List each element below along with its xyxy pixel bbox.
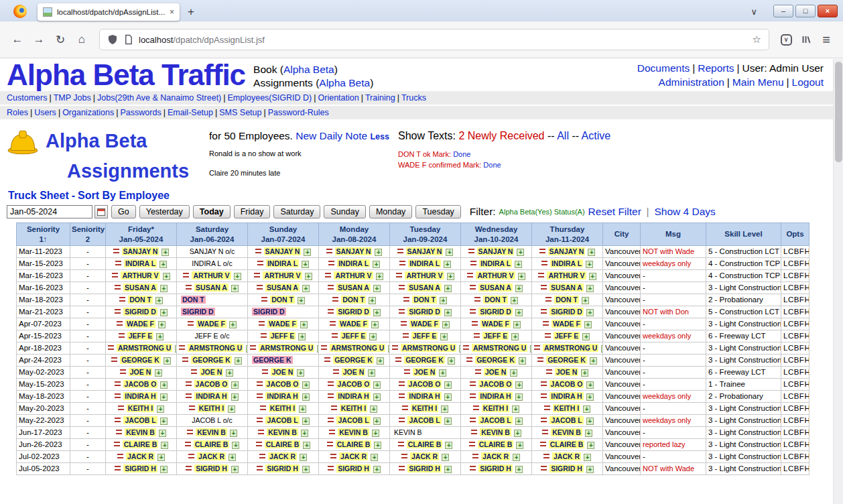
add-assignment-icon[interactable]: + (444, 381, 452, 389)
employee-name[interactable]: JACK R (339, 452, 368, 460)
employee-name[interactable]: ARMSTRONG U (543, 344, 598, 352)
employee-name-flagged[interactable]: DON T (181, 296, 206, 304)
remove-assignment-icon[interactable] (330, 454, 336, 458)
employee-name[interactable]: ARTHUR V (334, 271, 373, 279)
employee-name[interactable]: KEVIN B (338, 428, 369, 436)
add-assignment-icon[interactable]: + (515, 285, 523, 292)
saturday-button[interactable]: Saturday (273, 205, 320, 218)
add-assignment-icon[interactable]: + (515, 393, 523, 401)
employee-name[interactable]: SUSAN A (265, 284, 300, 292)
add-assignment-icon[interactable]: + (300, 321, 308, 328)
opts-cell[interactable]: LCBFH (781, 426, 809, 438)
add-assignment-icon[interactable]: + (163, 273, 170, 280)
employee-name[interactable]: JACOB O (194, 380, 229, 388)
tuesday-button[interactable]: Tuesday (415, 205, 460, 218)
employee-name[interactable]: CLAIRE B (194, 440, 230, 448)
remove-assignment-icon[interactable] (326, 249, 332, 253)
employee-name[interactable]: DON T (128, 296, 153, 304)
employee-name[interactable]: ARTHUR V (405, 271, 444, 279)
employee-name[interactable]: GEORGE K (404, 356, 445, 364)
remove-assignment-icon[interactable] (538, 273, 544, 277)
remove-assignment-icon[interactable] (186, 393, 192, 398)
employee-name[interactable]: KEVIN B (267, 428, 298, 436)
add-assignment-icon[interactable]: + (374, 442, 381, 449)
menu-item-jobs-29th-ave-nanaimo-street[interactable]: Jobs(29th Ave & Nanaimo Street) (97, 93, 221, 103)
add-assignment-icon[interactable]: + (377, 357, 384, 365)
add-assignment-icon[interactable]: + (157, 454, 165, 461)
menu-item-password-rules[interactable]: Password-Rules (268, 108, 329, 117)
remove-assignment-icon[interactable] (474, 297, 480, 302)
employee-name[interactable]: SIGRID H (478, 464, 513, 472)
remove-assignment-icon[interactable] (543, 321, 549, 326)
remove-assignment-icon[interactable] (399, 393, 405, 398)
employee-name[interactable]: WADE F (409, 320, 440, 328)
add-assignment-icon[interactable]: + (444, 309, 452, 316)
add-assignment-icon[interactable]: + (160, 466, 168, 473)
add-assignment-icon[interactable]: + (231, 466, 239, 473)
employee-name[interactable]: CLAIRE B (123, 440, 159, 448)
add-assignment-icon[interactable]: + (299, 405, 306, 413)
opts-cell[interactable]: LCBFH (781, 294, 809, 306)
date-input[interactable] (7, 205, 92, 218)
menu-item-orientation[interactable]: Orientation (318, 93, 359, 103)
remove-assignment-icon[interactable] (257, 418, 263, 422)
add-assignment-icon[interactable]: + (586, 418, 594, 425)
remove-assignment-icon[interactable] (541, 466, 547, 470)
remove-assignment-icon[interactable] (259, 454, 265, 458)
add-assignment-icon[interactable]: + (301, 430, 308, 437)
employee-name[interactable]: JACOB L (549, 416, 583, 424)
remove-assignment-icon[interactable] (115, 466, 121, 470)
add-assignment-icon[interactable]: + (155, 369, 162, 377)
remove-assignment-icon[interactable] (119, 333, 125, 338)
add-assignment-icon[interactable]: + (510, 369, 517, 377)
list-all-tabs-chevron-icon[interactable]: ∨ (751, 7, 757, 17)
employee-name[interactable]: ARMSTRONG U (117, 344, 172, 352)
remove-assignment-icon[interactable] (254, 273, 260, 277)
add-assignment-icon[interactable]: + (582, 333, 590, 340)
add-assignment-icon[interactable]: + (514, 430, 521, 437)
remove-assignment-icon[interactable] (470, 285, 476, 290)
remove-assignment-icon[interactable] (328, 309, 334, 314)
employee-name[interactable]: JACOB O (265, 380, 300, 388)
employee-name[interactable]: SUSAN A (407, 284, 442, 292)
employee-name-flagged[interactable]: GEORGE K (252, 356, 293, 364)
add-assignment-icon[interactable]: + (373, 309, 381, 316)
remove-assignment-icon[interactable] (186, 466, 192, 470)
menu-item-email-setup[interactable]: Email-Setup (168, 108, 213, 117)
remove-assignment-icon[interactable] (467, 273, 473, 277)
reset-filter-link[interactable]: Reset Filter (588, 206, 641, 218)
mark-done-link[interactable]: Done (453, 150, 470, 158)
header-link-administration[interactable]: Administration (659, 76, 724, 88)
add-assignment-icon[interactable]: + (368, 369, 375, 377)
add-assignment-icon[interactable]: + (515, 381, 523, 389)
employee-name[interactable]: JACK R (410, 452, 439, 460)
add-assignment-icon[interactable]: + (157, 405, 164, 413)
employee-name[interactable]: GEORGE K (120, 356, 161, 364)
employee-name[interactable]: SIGRID H (549, 464, 584, 472)
library-icon[interactable] (796, 29, 816, 50)
employee-name[interactable]: ARTHUR V (121, 271, 159, 279)
remove-assignment-icon[interactable] (250, 345, 256, 350)
employee-name[interactable]: JACOB L (123, 416, 157, 424)
employee-name[interactable]: ARTHUR V (192, 271, 231, 279)
forward-button[interactable]: → (28, 29, 50, 50)
add-assignment-icon[interactable]: + (586, 285, 594, 292)
close-window-button[interactable]: × (818, 5, 838, 17)
employee-name[interactable]: ARTHUR V (547, 271, 586, 279)
employee-name[interactable]: ARTHUR V (263, 271, 302, 279)
minimize-button[interactable]: – (773, 5, 793, 17)
employee-name[interactable]: KEVIN B (551, 428, 582, 436)
employee-name[interactable]: JACOB O (336, 380, 371, 388)
remove-assignment-icon[interactable] (108, 345, 114, 350)
remove-assignment-icon[interactable] (119, 297, 125, 302)
remove-assignment-icon[interactable] (255, 249, 261, 253)
employee-name[interactable]: GEORGE K (333, 356, 374, 364)
add-assignment-icon[interactable]: + (373, 261, 380, 268)
remove-assignment-icon[interactable] (541, 261, 547, 265)
remove-assignment-icon[interactable] (541, 418, 547, 422)
add-assignment-icon[interactable]: + (231, 393, 239, 401)
remove-assignment-icon[interactable] (539, 249, 545, 253)
employee-name[interactable]: SIGRID D (123, 308, 157, 316)
remove-assignment-icon[interactable] (472, 321, 478, 326)
employee-name[interactable]: JOE N (484, 368, 508, 376)
